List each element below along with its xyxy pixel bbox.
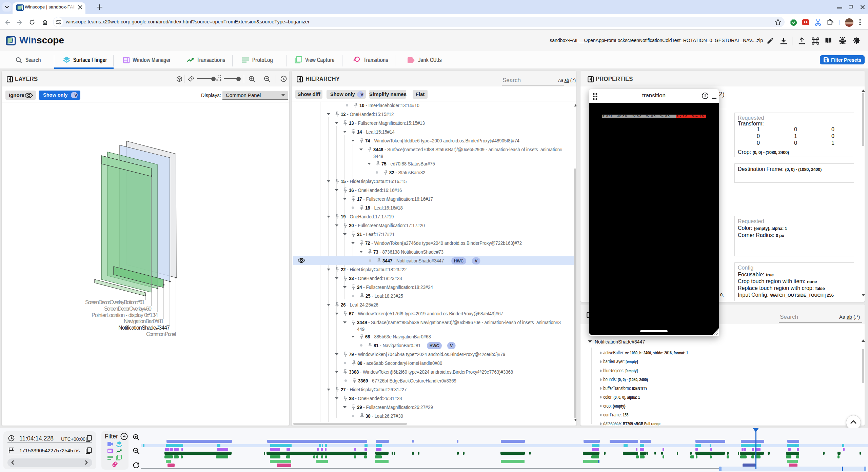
svg-text:NavigationBar0#81: NavigationBar0#81	[124, 318, 164, 324]
svg-text:ScreenDecorOverlay#60: ScreenDecorOverlay#60	[104, 306, 152, 312]
svg-text:ScreenDecorOverlayBottom#61: ScreenDecorOverlayBottom#61	[85, 299, 145, 305]
svg-text:PointerLocation - display 0#13: PointerLocation - display 0#134	[92, 312, 158, 318]
svg-text:NotificationShade#3447: NotificationShade#3447	[118, 325, 170, 331]
svg-text:Common Panel: Common Panel	[146, 331, 176, 337]
